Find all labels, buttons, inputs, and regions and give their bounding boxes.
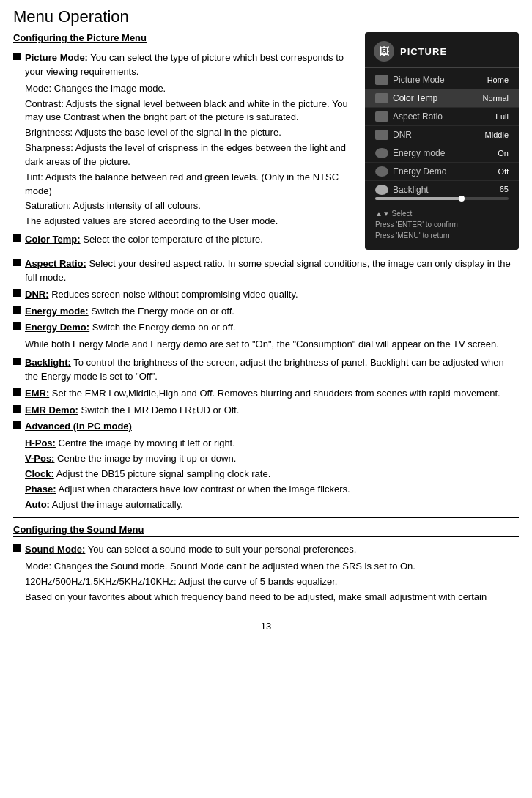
bullet-item-sound-mode: Sound Mode: You can select a sound mode …	[13, 543, 519, 557]
energy-mode-row-icon	[375, 148, 388, 158]
picture-mode-sub4: Sharpness: Adjusts the level of crispnes…	[25, 141, 356, 169]
advanced-sub4: Phase: Adjust when characters have low c…	[25, 483, 519, 497]
backlight-row-text: Backlight	[393, 185, 429, 195]
bullet-text-color-temp: Color Temp: Select the color temperature…	[25, 233, 356, 247]
bullet-energy-demo: Energy Demo: Switch the Energy demo on o…	[13, 321, 519, 352]
tv-menu-row-aspect-ratio: Aspect Ratio Full	[365, 108, 519, 126]
phase-label: Phase:	[25, 484, 56, 495]
bullet-item-aspect-ratio: Aspect Ratio: Select your desired aspect…	[13, 257, 519, 285]
bullet-text-dnr: DNR: Reduces screen noise without compro…	[25, 288, 519, 302]
backlight-label-container: Backlight	[375, 185, 429, 195]
bullet-text-emr-demo: EMR Demo: Switch the EMR Demo LR↕UD or O…	[25, 404, 519, 418]
tv-menu-row-color-temp: Color Temp Normal	[365, 89, 519, 108]
bullet-text-backlight: Backlight: To control the brightness of …	[25, 356, 519, 384]
backlight-bar-fill	[375, 197, 462, 200]
auto-label: Auto:	[25, 499, 50, 510]
dnr-row-text: DNR	[393, 130, 412, 140]
backlight-row-top: Backlight 65	[375, 185, 509, 195]
clock-label: Clock:	[25, 468, 54, 479]
dnr-row-icon	[375, 130, 388, 140]
dnr-text: Reduces screen noise without compromisin…	[51, 289, 298, 300]
aspect-ratio-row-value: Full	[495, 112, 509, 121]
sound-section-layout: Sound Mode: You can select a sound mode …	[13, 543, 519, 608]
tv-menu-header: 🖼 PICTURE	[365, 38, 519, 68]
bullet-item-dnr: DNR: Reduces screen noise without compro…	[13, 288, 519, 302]
emr-demo-text: Switch the EMR Demo LR↕UD or Off.	[81, 404, 240, 415]
picture-mode-sub5: Tint: Adjusts the balance between red an…	[25, 171, 356, 199]
sound-section-header: Configuring the Sound Menu	[13, 524, 519, 537]
picture-mode-sub7: The adjusted values are stored according…	[25, 215, 356, 229]
backlight-knob	[459, 196, 465, 202]
tv-menu-row-label-aspect-ratio: Aspect Ratio	[375, 111, 443, 122]
bullet-square-icon	[13, 234, 21, 242]
color-temp-row-value: Normal	[483, 94, 509, 103]
advanced-sub2: V-Pos: Centre the image by moving it up …	[25, 452, 519, 466]
color-temp-text: Select the color temperature of the pict…	[83, 234, 263, 245]
sound-text-column: Sound Mode: You can select a sound mode …	[13, 543, 519, 608]
bullet-item-emr-demo: EMR Demo: Switch the EMR Demo LR↕UD or O…	[13, 404, 519, 418]
energy-demo-label: Energy Demo:	[25, 322, 89, 333]
picture-mode-sub3: Brightness: Adjusts the base level of th…	[25, 126, 356, 140]
aspect-ratio-label: Aspect Ratio:	[25, 258, 86, 269]
emr-label: EMR:	[25, 388, 49, 399]
picture-mode-row-icon	[375, 75, 388, 85]
picture-mode-sub2: Contrast: Adjusts the signal level betwe…	[25, 97, 356, 125]
bullet-text-aspect-ratio: Aspect Ratio: Select your desired aspect…	[25, 257, 519, 285]
bullet-square-icon	[13, 53, 21, 60]
picture-text-column: Configuring the Picture Menu Picture Mod…	[13, 32, 356, 250]
bullet-item-emr: EMR: Set the EMR Low,Middle,High and Off…	[13, 387, 519, 401]
backlight-progress-bar	[375, 197, 509, 200]
tv-menu-row-energy-mode: Energy mode On	[365, 144, 519, 163]
bullet-text-emr: EMR: Set the EMR Low,Middle,High and Off…	[25, 387, 519, 401]
bullet-item-advanced: Advanced (In PC mode)	[13, 420, 519, 434]
advanced-sub5: Auto: Adjust the image automatically.	[25, 498, 519, 512]
tv-menu-row-label-dnr: DNR	[375, 130, 412, 140]
bullet-advanced: Advanced (In PC mode) H-Pos: Centre the …	[13, 420, 519, 511]
bullet-picture-mode: Picture Mode: You can select the type of…	[13, 51, 356, 229]
picture-section-header: Configuring the Picture Menu	[13, 32, 356, 45]
color-temp-label: Color Temp:	[25, 234, 81, 245]
bullet-text-picture-mode: Picture Mode: You can select the type of…	[25, 51, 356, 79]
energy-mode-row-text: Energy mode	[393, 148, 445, 158]
tv-menu-row-backlight: Backlight 65	[365, 181, 519, 204]
section-divider	[13, 517, 519, 518]
energy-demo-row-text: Energy Demo	[393, 166, 446, 177]
page-title: Menu Operation	[13, 7, 519, 26]
picture-section-layout: Configuring the Picture Menu Picture Mod…	[13, 32, 519, 250]
picture-mode-sub6: Saturation: Adjusts intensity of all col…	[25, 199, 356, 213]
bullet-square-icon	[13, 544, 21, 552]
advanced-sub1: H-Pos: Centre the image by moving it lef…	[25, 437, 519, 451]
picture-mode-sub1: Mode: Changes the image mode.	[25, 82, 356, 96]
tv-footer-menu: Press 'MENU' to return	[375, 230, 509, 241]
color-temp-row-text: Color Temp	[393, 93, 437, 103]
energy-mode-label: Energy mode:	[25, 306, 89, 317]
aspect-ratio-row-text: Aspect Ratio	[393, 111, 443, 122]
tv-menu-row-picture-mode: Picture Mode Home	[365, 71, 519, 89]
sound-mode-sub1: Mode: Changes the Sound mode. Sound Mode…	[25, 560, 519, 574]
tv-menu-row-label-picture-mode: Picture Mode	[375, 75, 445, 85]
backlight-row-value: 65	[500, 185, 509, 195]
energy-mode-row-value: On	[498, 149, 509, 158]
tv-footer-select: ▲▼ Select	[375, 208, 509, 219]
picture-mode-row-text: Picture Mode	[393, 75, 445, 85]
bullet-item-energy-demo: Energy Demo: Switch the Energy demo on o…	[13, 321, 519, 335]
vpos-label: V-Pos:	[25, 453, 54, 464]
emr-demo-label: EMR Demo:	[25, 404, 78, 415]
energy-demo-sub1: While both Energy Mode and Energy demo a…	[25, 338, 519, 352]
backlight-row-icon	[375, 185, 388, 195]
bullet-square-icon	[13, 259, 21, 266]
page-number: 13	[13, 621, 519, 632]
bullet-text-advanced: Advanced (In PC mode)	[25, 420, 519, 434]
tv-menu-row-label-energy-demo: Energy Demo	[375, 166, 446, 177]
bullet-square-icon	[13, 421, 21, 429]
tv-footer-enter: Press 'ENTER' to confirm	[375, 219, 509, 230]
energy-mode-text: Switch the Energy mode on or off.	[91, 306, 234, 317]
advanced-sub3: Clock: Adjust the DB15 picture signal sa…	[25, 468, 519, 481]
tv-menu-panel: 🖼 PICTURE Picture Mode Home Color Temp N…	[365, 32, 519, 250]
bullet-text-energy-mode: Energy mode: Switch the Energy mode on o…	[25, 305, 519, 319]
sound-mode-label: Sound Mode:	[25, 544, 85, 555]
dnr-row-value: Middle	[485, 130, 509, 139]
energy-demo-row-value: Off	[498, 167, 509, 176]
tv-menu-row-label-color-temp: Color Temp	[375, 93, 437, 103]
bullet-square-icon	[13, 289, 21, 297]
